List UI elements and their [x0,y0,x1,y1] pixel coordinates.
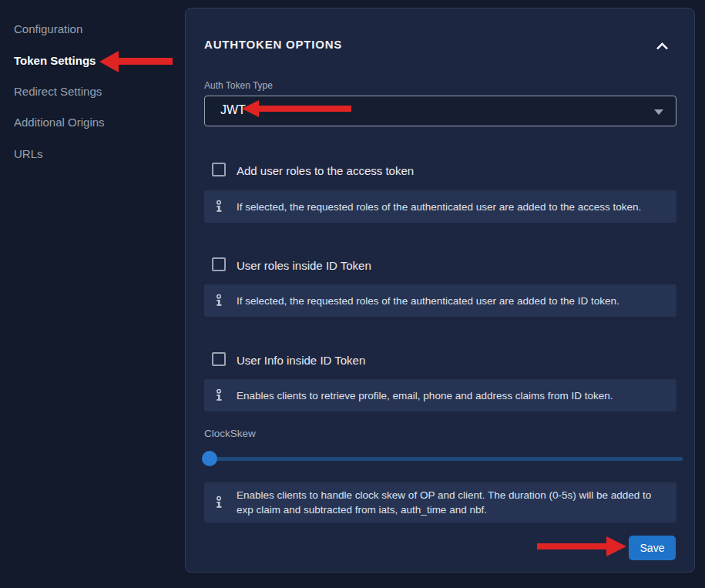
info-box: If selected, the requested roles of the … [204,190,676,223]
sidebar-item-urls[interactable]: URLs [14,148,43,160]
checkbox-label[interactable]: Add user roles to the access token [237,164,414,177]
info-box: Enables clients to handle clock skew of … [204,482,676,522]
info-icon [214,294,223,307]
info-box: If selected, the requested roles of the … [204,284,676,317]
token-settings-screen: Configuration Token Settings Redirect Se… [0,0,705,588]
info-text: If selected, the requested roles of the … [237,200,641,214]
sidebar-item-redirect-settings[interactable]: Redirect Settings [14,86,102,98]
authtoken-options-panel: AUTHTOKEN OPTIONS Auth Token Type JWT Ad… [185,8,695,573]
auth-token-type-label: Auth Token Type [204,80,273,91]
info-text: Enables clients to handle clock skew of … [237,488,666,517]
sidebar-item-token-settings[interactable]: Token Settings [14,55,96,67]
info-text: If selected, the requested roles of the … [237,294,619,308]
panel-title: AUTHTOKEN OPTIONS [204,38,342,51]
sidebar-item-additional-origins[interactable]: Additional Origins [14,116,105,129]
info-icon [214,496,223,509]
sidebar-item-configuration[interactable]: Configuration [14,23,82,35]
info-box: Enables clients to retrieve profile, ema… [204,379,676,412]
chevron-down-icon [654,109,663,115]
clockskew-label: ClockSkew [204,428,256,439]
info-text: Enables clients to retrieve profile, ema… [237,388,613,403]
clockskew-slider-thumb[interactable] [202,451,217,466]
checkbox-user-info-id-token[interactable] [212,352,226,366]
checkbox-label[interactable]: User roles inside ID Token [237,259,371,272]
info-icon [214,389,223,402]
checkbox-label[interactable]: User Info inside ID Token [237,354,365,367]
collapse-chevron-up-icon[interactable] [657,42,666,52]
info-icon [214,200,223,213]
save-button[interactable]: Save [629,536,676,560]
checkbox-add-user-roles-access-token[interactable] [212,163,226,176]
checkbox-user-roles-id-token[interactable] [212,257,226,271]
clockskew-slider-track[interactable] [204,457,683,461]
